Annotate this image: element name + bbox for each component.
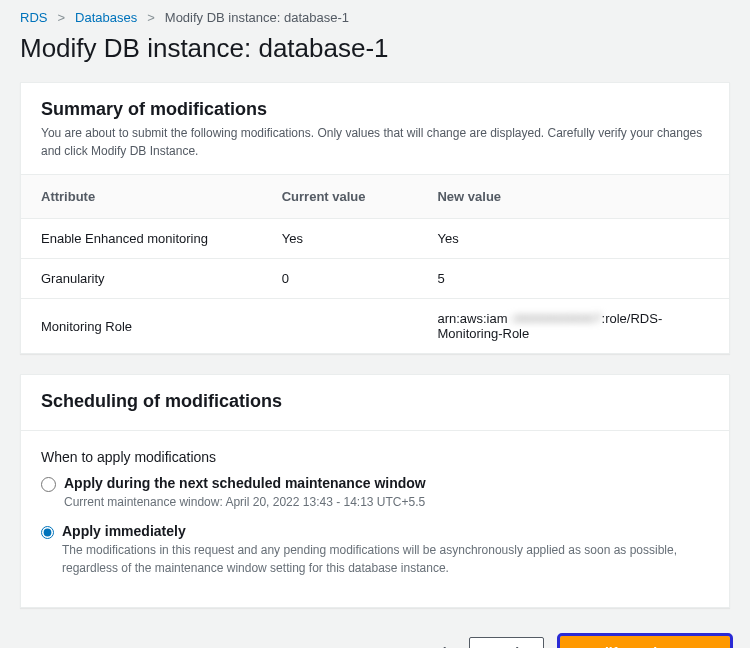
col-new-value: New value (417, 175, 729, 219)
scheduling-label: When to apply modifications (41, 449, 709, 465)
page-title: Modify DB instance: database-1 (20, 33, 730, 64)
chevron-right-icon: > (57, 10, 65, 25)
scheduling-panel: Scheduling of modifications When to appl… (20, 374, 730, 608)
radio-apply-immediately[interactable]: Apply immediately The modifications in t… (41, 523, 709, 577)
cell-current (262, 299, 418, 354)
cell-attr: Enable Enhanced monitoring (21, 219, 262, 259)
breadcrumb-rds[interactable]: RDS (20, 10, 47, 25)
radio-immediate-input[interactable] (41, 525, 54, 540)
col-current-value: Current value (262, 175, 418, 219)
cell-attr: Monitoring Role (21, 299, 262, 354)
radio-scheduled-window[interactable]: Apply during the next scheduled maintena… (41, 475, 709, 511)
cancel-button[interactable]: Cancel (395, 637, 453, 648)
radio-immediate-desc: The modifications in this request and an… (62, 541, 709, 577)
modify-db-instance-button[interactable]: Modify DB instance (560, 636, 730, 648)
summary-description: You are about to submit the following mo… (41, 124, 709, 160)
cell-new: Yes (417, 219, 729, 259)
cell-new: 5 (417, 259, 729, 299)
scheduling-title: Scheduling of modifications (41, 391, 709, 412)
chevron-right-icon: > (147, 10, 155, 25)
table-row: Monitoring Role arn:aws:iam::00000000000… (21, 299, 729, 354)
breadcrumb-current: Modify DB instance: database-1 (165, 10, 349, 25)
radio-immediate-label: Apply immediately (62, 523, 709, 539)
cell-new: arn:aws:iam::000000000007:role/RDS-Monit… (417, 299, 729, 354)
back-button[interactable]: Back (469, 637, 544, 648)
table-row: Enable Enhanced monitoring Yes Yes (21, 219, 729, 259)
cell-current: Yes (262, 219, 418, 259)
table-row: Granularity 0 5 (21, 259, 729, 299)
footer-actions: Cancel Back Modify DB instance (20, 628, 730, 648)
breadcrumb: RDS > Databases > Modify DB instance: da… (20, 10, 730, 25)
col-attribute: Attribute (21, 175, 262, 219)
modifications-table: Attribute Current value New value Enable… (21, 175, 729, 353)
radio-scheduled-label: Apply during the next scheduled maintena… (64, 475, 426, 491)
radio-scheduled-desc: Current maintenance window: April 20, 20… (64, 493, 426, 511)
radio-scheduled-input[interactable] (41, 477, 56, 492)
summary-title: Summary of modifications (41, 99, 709, 120)
breadcrumb-databases[interactable]: Databases (75, 10, 137, 25)
summary-panel: Summary of modifications You are about t… (20, 82, 730, 354)
redacted-account-id: ::000000000007 (508, 311, 602, 326)
cell-current: 0 (262, 259, 418, 299)
cell-attr: Granularity (21, 259, 262, 299)
